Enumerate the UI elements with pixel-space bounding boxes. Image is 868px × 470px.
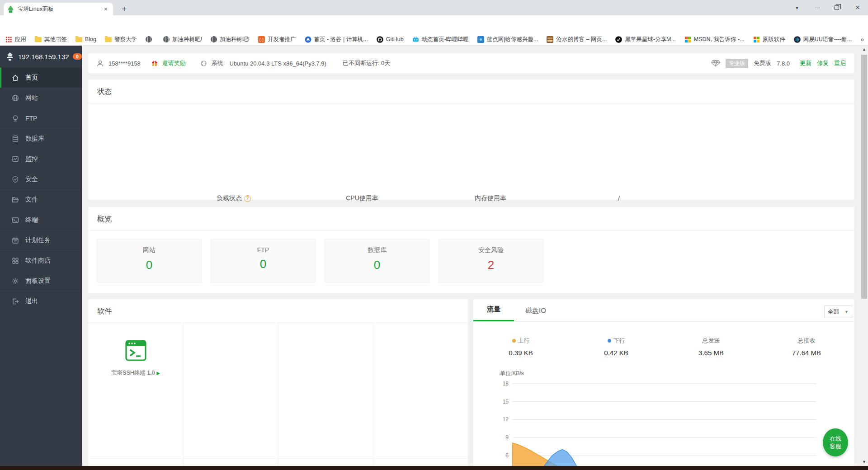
globe-favicon [146,36,152,42]
online-support-button[interactable]: 在线 客服 [823,428,848,456]
database-icon [12,135,19,142]
user-phone[interactable]: 158****9158 [108,60,141,67]
chart-y-axis: 18151296 [495,0,509,470]
stat-value: 0.42 KB [569,349,664,357]
y-tick-label: 15 [503,398,509,405]
update-link[interactable]: 更新 [800,59,811,67]
sidebar-item-label: 网站 [25,94,38,102]
stat-label: 上行 [518,337,530,345]
bookmark-item[interactable]: GitHub [377,36,404,43]
landian-favicon [477,36,484,43]
bookmark-item[interactable]: 沧水的博客 – 网页... [547,36,607,43]
y-tick-label: 18 [503,380,509,387]
help-icon[interactable]: ? [244,195,251,202]
sidebar-item-appstore[interactable]: 软件商店 [0,250,82,271]
bookmark-item[interactable]: 动态首页-哔哩哔哩 [412,36,469,43]
traffic-filter-select[interactable]: 全部 ▼ [824,306,852,318]
tab-title: 宝塔Linux面板 [18,5,102,13]
tab-disk-io[interactable]: 磁盘IO [525,306,546,321]
sidebar-item-cron[interactable]: 计划任务 [0,230,82,250]
stat-total-received: 总接收 77.64 MB [759,337,854,357]
repair-link[interactable]: 修复 [817,59,829,67]
sidebar-item-monitor[interactable]: 监控 [0,149,82,169]
overview-ftp[interactable]: FTP 0 [211,239,316,283]
ssh-terminal-app-icon [125,340,146,361]
server-host[interactable]: 192.168.159.132 [18,53,69,61]
sidebar-item-label: 文件 [25,196,38,204]
overview-label: 网站 [97,246,201,254]
scroll-up-icon[interactable]: ▲ [860,46,868,53]
window-close-button[interactable]: × [848,0,867,15]
overview-title: 概览 [88,207,854,231]
page-scrollbar[interactable]: ▲ ▼ [860,46,868,466]
bookmark-item[interactable]: 首页 - 洛谷 | 计算机... [305,36,368,43]
software-card: 软件 宝塔SSH终端 1.0 ▶ [88,299,468,470]
status-title: 状态 [88,80,854,103]
overview-database[interactable]: 数据库 0 [325,239,429,283]
bookmark-item[interactable]: 警察大学 [105,36,137,43]
window-minimize-button[interactable] [807,0,826,15]
bookmark-item[interactable]: 网易UU语音----新... [794,36,852,43]
overview-value[interactable]: 0 [211,257,315,271]
overview-value[interactable]: 2 [439,258,543,272]
status-card: 状态 负载状态 ? 2% 运行流畅 CPU使用率 0.8% 4 核心 内存使用率… [88,80,854,200]
overview-websites[interactable]: 网站 0 [97,239,202,283]
scroll-down-icon[interactable]: ▼ [860,458,868,466]
baota-logo-icon [5,52,14,61]
bookmark-item[interactable]: (-) 开发者推广 [258,36,296,43]
sidebar-item-security[interactable]: 安全 [0,169,82,189]
browser-tab[interactable]: 宝塔Linux面板 × [4,3,113,15]
folder-icon [12,196,19,203]
window-restore-button[interactable] [827,0,846,15]
system-value: Ubuntu 20.04.3 LTS x86_64(Py3.7.9) [229,60,326,67]
traffic-area-chart[interactable] [512,375,816,470]
sidebar-item-label: 计划任务 [25,236,51,244]
scrollbar-thumb[interactable] [861,55,867,299]
new-tab-button[interactable]: + [118,4,130,14]
sidebar-item-ftp[interactable]: FTP [0,108,82,128]
stat-upstream: 上行 0.39 KB [473,337,568,357]
bookmark-item[interactable]: 加油种树吧! [211,36,250,43]
sidebar: 192.168.159.132 0 首页 网站 FTP 数据库 监控 安全 文件… [0,46,82,466]
black-apple-favicon [615,36,622,43]
uptime-text: 已不间断运行: 0天 [343,59,390,67]
sidebar-item-logout[interactable]: 退出 [0,291,82,311]
pro-version-badge[interactable]: 专业版 [726,59,748,68]
bookmark-item[interactable]: MSDN, 我告诉你 -... [684,36,745,43]
sidebar-item-settings[interactable]: 面板设置 [0,271,82,291]
sidebar-item-home[interactable]: 首页 [0,67,82,88]
bookmark-item[interactable]: Blog [75,36,96,42]
bookmark-item[interactable] [146,36,155,42]
chrome-caret-icon[interactable]: ▾ [788,0,807,15]
bookmark-item[interactable]: 加油种树吧! [163,36,202,43]
play-icon[interactable]: ▶ [156,371,160,376]
github-favicon [377,36,383,43]
folder-icon [105,37,112,42]
tab-close-icon[interactable]: × [102,5,109,13]
bookmark-item[interactable]: 原版软件 [753,36,785,43]
overview-security-risk[interactable]: 安全风险 2 [439,239,543,283]
sidebar-item-files[interactable]: 文件 [0,189,82,210]
browser-toolbar: ← → ↻ ⌂ ↶ ☆ i 不安全 http://192.168.159.132… [0,15,868,33]
msdn-favicon [753,36,760,43]
invite-reward-link[interactable]: 邀请奖励 [162,59,186,67]
sidebar-item-database[interactable]: 数据库 [0,128,82,149]
message-count-badge[interactable]: 0 [73,53,82,60]
overview-value[interactable]: 0 [97,258,201,272]
bookmark-item[interactable]: 其他书签 [35,36,67,43]
traffic-tabs: 流量 磁盘IO [473,299,546,321]
software-app-ssh-terminal[interactable]: 宝塔SSH终端 1.0 ▶ [88,322,183,458]
overview-value[interactable]: 0 [325,258,429,272]
sidebar-item-terminal[interactable]: 终端 [0,210,82,230]
sidebar-item-label: 面板设置 [25,277,51,285]
bookmarks-overflow-button[interactable]: » [860,36,864,43]
restart-link[interactable]: 重启 [834,59,846,67]
stat-value: 3.65 MB [664,349,759,357]
apps-grid-icon [5,36,12,43]
tabs-divider [473,321,854,322]
sidebar-item-website[interactable]: 网站 [0,88,82,108]
bookmark-item[interactable]: 黑苹果星球-分享M... [615,36,676,43]
version-number: 7.8.0 [777,60,790,67]
sidebar-item-label: FTP [25,115,37,122]
bookmark-apps[interactable]: 应用 [5,36,26,43]
